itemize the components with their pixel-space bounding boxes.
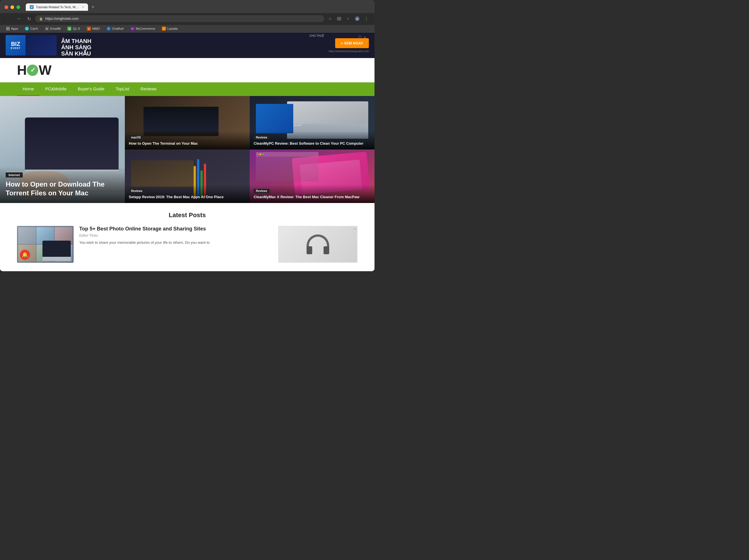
omnibar: ← → ↻ 🔒 https://omghowto.com ☆ ✓ A: [0, 13, 374, 25]
headphone-right-cup: [324, 246, 329, 254]
ad-line2: ÁNH SÁNG: [61, 44, 324, 50]
tab-favicon-icon: [30, 5, 34, 9]
title-bar: Tutorials Related To Tech, Win... × +: [0, 0, 374, 13]
mmo-icon: ▲: [87, 27, 91, 30]
headphone-ad-visual: [279, 226, 357, 262]
page-content: ⓘ × BIZ EVENT CHO THUÊ ÂM THANH ÁNH SÁNG: [0, 33, 374, 271]
ad-info: ⓘ ×: [358, 35, 366, 40]
nav-item-pc-mobile[interactable]: PC&Mobile: [40, 82, 72, 96]
svg-rect-1: [337, 17, 341, 20]
ad-close-button[interactable]: ×: [364, 35, 366, 40]
main-nav: Home PC&Mobile Buyer's Guide TopList Rev…: [0, 82, 374, 96]
post-ad-label: Ad: [353, 227, 356, 230]
profile-icon[interactable]: A: [354, 15, 361, 22]
screenshot-icon[interactable]: [336, 15, 343, 22]
close-button[interactable]: [4, 5, 8, 9]
ad-visual: BIZ EVENT: [6, 35, 57, 56]
ad-domain: https://amthanhanhsangsukien.com: [329, 50, 369, 53]
hero-grid: Internet How to Open or Download The Tor…: [0, 96, 374, 203]
post-excerpt: You wish to share your memorable picture…: [79, 240, 273, 245]
hero-br1-overlay: Reviews Setapp Review 2019: The Best Mac…: [125, 185, 250, 203]
hero-br2-title: CleanMyMac X Review: The Best Mac Cleane…: [254, 195, 370, 200]
emailm-icon: @: [45, 27, 49, 30]
url-bar[interactable]: 🔒 https://omghowto.com: [35, 15, 324, 22]
laptop-screen-overlay: [42, 241, 71, 257]
bookmark-emailm[interactable]: @ EmailM: [43, 26, 63, 31]
fullscreen-button[interactable]: [16, 5, 20, 9]
nav-link-buyers-guide[interactable]: Buyer's Guide: [72, 82, 110, 95]
qls-icon: Q: [67, 27, 71, 30]
hero-bot-right2-card[interactable]: Reviews CleanMyMac X Review: The Best Ma…: [250, 150, 374, 203]
notification-bell[interactable]: 🔔: [20, 250, 30, 260]
apps-grid-icon: [6, 27, 9, 30]
headphone-shape-container: [306, 234, 329, 254]
active-tab[interactable]: Tutorials Related To Tech, Win... ×: [26, 3, 88, 11]
hero-mr1-category: Reviews: [254, 135, 270, 139]
canva-icon: C: [25, 27, 29, 30]
post-item: 🔔 Top 5+ Best Photo Online Storage and S…: [17, 226, 358, 263]
omnibar-actions: ☆ ✓ A ⋮: [326, 15, 370, 22]
minimize-button[interactable]: [10, 5, 14, 9]
bookmark-mycommerce[interactable]: M MyCommerce: [129, 26, 157, 31]
w-max: [262, 153, 264, 155]
ad-cho-thue: CHO THUÊ: [61, 34, 324, 37]
bookmark-star-icon[interactable]: ☆: [326, 15, 334, 22]
window-titlebar: [256, 152, 318, 156]
menu-icon[interactable]: ⋮: [363, 15, 370, 22]
nav-item-home[interactable]: Home: [17, 82, 40, 96]
nav-link-reviews[interactable]: Reviews: [135, 82, 162, 95]
chatfuel-icon: C: [107, 27, 111, 30]
nav-item-reviews[interactable]: Reviews: [135, 82, 162, 96]
bookmark-lazada[interactable]: L Lazada: [160, 26, 179, 31]
forward-button[interactable]: →: [15, 15, 23, 23]
hero-br1-title: Setapp Review 2019: The Best Mac Apps At…: [129, 195, 246, 200]
hero-main-overlay: Internet How to Open or Download The Tor…: [0, 167, 125, 203]
tab-close-button[interactable]: ×: [82, 5, 84, 9]
reload-button[interactable]: ↻: [25, 15, 33, 23]
url-text: https://omghowto.com: [45, 17, 79, 21]
headphone-content: [279, 227, 357, 262]
headphone-left-cup: [306, 246, 312, 254]
nav-link-toplist[interactable]: TopList: [110, 82, 135, 95]
ad-cta-block: » XEM NGAY https://amthanhanhsangsukien.…: [329, 38, 369, 53]
post-thumbnail[interactable]: 🔔: [17, 226, 73, 263]
hero-main-title: How to Open or Download The Torrent File…: [6, 180, 119, 197]
svg-text:A: A: [356, 18, 358, 20]
ad-visual-text: BIZ EVENT: [10, 41, 20, 50]
bookmark-qls[interactable]: Q QL-S: [66, 26, 82, 31]
ad-content: BIZ EVENT CHO THUÊ ÂM THANH ÁNH SÁNG SÂN…: [6, 34, 369, 57]
bookmark-chatfuel[interactable]: C Chatfuel: [105, 26, 125, 31]
logo[interactable]: H ✓ W: [17, 62, 51, 78]
nav-item-buyers-guide[interactable]: Buyer's Guide: [72, 82, 110, 96]
laptop-display: [25, 117, 119, 170]
back-button[interactable]: ←: [4, 15, 13, 23]
hero-tr-title: How to Open The Terminal on Your Mac: [129, 141, 246, 146]
hero-top-right-card[interactable]: macOS How to Open The Terminal on Your M…: [125, 96, 250, 150]
hero-mid-right1-card[interactable]: Reviews CleanMyPC Review: Best Software …: [250, 96, 374, 150]
hero-bot-right1-card[interactable]: Reviews Setapp Review 2019: The Best Mac…: [125, 150, 250, 203]
screen-mr1: [256, 104, 293, 133]
bookmark-canva[interactable]: C CanV: [23, 26, 40, 31]
nav-link-home[interactable]: Home: [17, 82, 40, 96]
hero-main-category: Internet: [6, 172, 23, 177]
browser-window: Tutorials Related To Tech, Win... × + ← …: [0, 0, 374, 271]
bookmark-mmo[interactable]: ▲ MMO: [85, 26, 102, 31]
nav-item-toplist[interactable]: TopList: [110, 82, 135, 96]
ad-line3: SÂN KHẤU: [61, 50, 324, 57]
new-tab-button[interactable]: +: [89, 3, 97, 11]
post-ad: Ad: [278, 226, 358, 263]
hero-main-card[interactable]: Internet How to Open or Download The Tor…: [0, 96, 125, 203]
hero-tr-category: macOS: [129, 135, 143, 139]
laptop-overlay: [42, 241, 71, 261]
post-content: Top 5+ Best Photo Online Storage and Sha…: [79, 226, 273, 245]
mycommerce-icon: M: [130, 27, 134, 30]
ad-info-icon: ⓘ: [358, 35, 362, 40]
mac-window-bg: [256, 152, 318, 181]
post-title[interactable]: Top 5+ Best Photo Online Storage and Sha…: [79, 226, 273, 232]
nav-link-pc-mobile[interactable]: PC&Mobile: [40, 82, 72, 95]
ad-left-visual: BIZ EVENT: [6, 35, 25, 56]
check-icon[interactable]: ✓: [344, 15, 352, 22]
lazada-icon: L: [162, 27, 166, 30]
bookmark-apps[interactable]: Apps: [4, 26, 20, 31]
keyboard-br1: [131, 160, 194, 187]
